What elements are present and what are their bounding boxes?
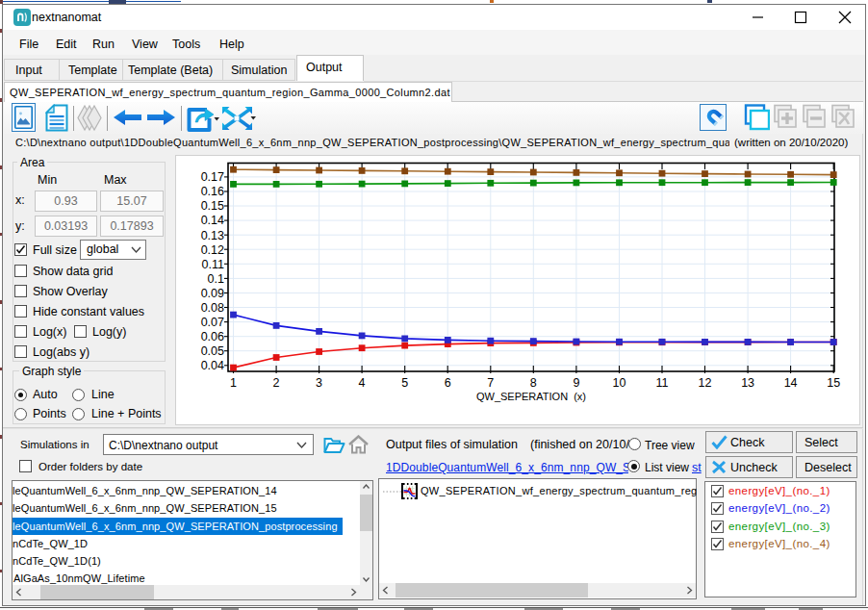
svg-text:0.15: 0.15 — [201, 199, 224, 213]
svg-text:7: 7 — [487, 376, 494, 390]
svg-text:5: 5 — [401, 376, 408, 390]
svg-text:12: 12 — [699, 376, 712, 390]
svg-text:0.11: 0.11 — [202, 258, 224, 271]
svg-text:0.05: 0.05 — [201, 344, 224, 358]
svg-text:0.13: 0.13 — [201, 229, 224, 242]
svg-text:0.08: 0.08 — [201, 301, 224, 315]
svg-text:0.16: 0.16 — [201, 185, 224, 198]
svg-text:0.06: 0.06 — [201, 330, 224, 343]
svg-text:11: 11 — [656, 376, 669, 390]
svg-text:0.14: 0.14 — [201, 214, 224, 227]
svg-text:0.09: 0.09 — [201, 287, 224, 300]
svg-text:3: 3 — [316, 376, 322, 390]
svg-text:13: 13 — [741, 376, 754, 390]
svg-text:QW_SEPERATION (x): QW_SEPERATION (x) — [476, 391, 586, 402]
svg-text:0.07: 0.07 — [201, 316, 224, 329]
svg-text:9: 9 — [573, 376, 579, 390]
svg-text:0.1: 0.1 — [208, 272, 224, 286]
svg-text:4: 4 — [359, 376, 366, 390]
svg-text:2: 2 — [273, 376, 280, 390]
svg-text:15: 15 — [827, 376, 840, 390]
svg-text:1: 1 — [230, 376, 237, 390]
svg-text:8: 8 — [530, 376, 537, 390]
svg-text:6: 6 — [445, 376, 451, 390]
svg-text:14: 14 — [784, 376, 798, 390]
svg-text:0.17: 0.17 — [201, 170, 224, 184]
svg-text:0.04: 0.04 — [201, 359, 224, 372]
svg-text:0.12: 0.12 — [201, 243, 224, 257]
svg-text:10: 10 — [613, 376, 626, 390]
